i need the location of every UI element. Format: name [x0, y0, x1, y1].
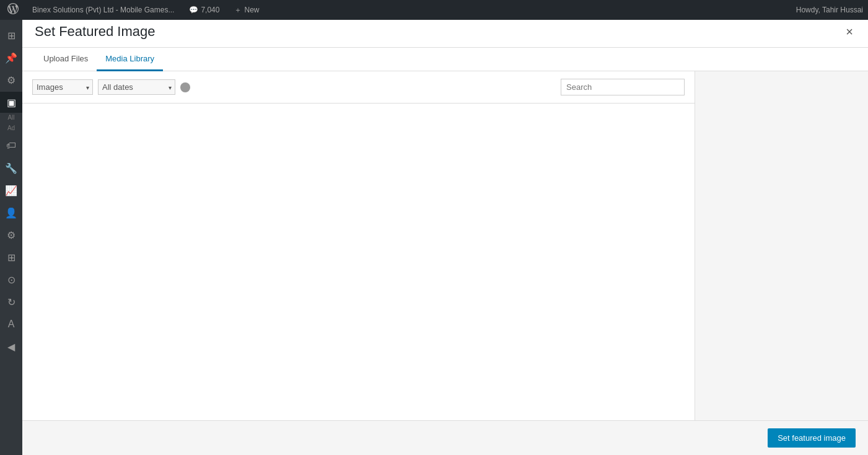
admin-bar: Binex Solutions (Pvt) Ltd - Mobile Games… [0, 0, 868, 20]
filter-type-select[interactable]: Images Audio Video Documents [32, 79, 93, 95]
refresh-icon[interactable]: ↻ [0, 291, 22, 312]
font-icon[interactable]: A [0, 314, 22, 335]
dashboard-icon[interactable]: ⊞ [0, 25, 22, 46]
site-name[interactable]: Binex Solutions (Pvt) Ltd - Mobile Games… [28, 0, 178, 20]
import-icon[interactable]: ⊙ [0, 269, 22, 290]
media-icon[interactable]: ▣ [0, 92, 22, 113]
modal-title: Set Featured Image [35, 24, 155, 47]
tab-media-library[interactable]: Media Library [97, 48, 163, 71]
filter-date-select[interactable]: All dates January 2024 December 2023 [98, 79, 175, 95]
wp-logo[interactable] [5, 3, 21, 17]
modal-tabs: Upload Files Media Library [22, 48, 868, 71]
users-icon[interactable]: 👤 [0, 202, 22, 223]
search-input[interactable] [561, 79, 685, 95]
new-item[interactable]: ＋ New [230, 0, 263, 20]
set-featured-image-modal: Set Featured Image × Upload Files Media … [22, 14, 868, 455]
media-sidebar-panel [695, 71, 868, 420]
sidebar: ⊞ 📌 ⚙ ▣ All Ad 🏷 🔧 📈 👤 ⚙ ⊞ ⊙ ↻ A ◀ [0, 20, 22, 455]
modal-footer: Set featured image [22, 420, 868, 455]
filter-date-wrapper: All dates January 2024 December 2023 ▾ [98, 79, 175, 95]
tag-icon[interactable]: 🏷 [0, 135, 22, 156]
media-toolbar: Images Audio Video Documents ▾ All dates… [22, 71, 695, 104]
comment-icon: 💬 [189, 6, 198, 14]
analytics-icon[interactable]: 📈 [0, 180, 22, 201]
filter-type-wrapper: Images Audio Video Documents ▾ [32, 79, 93, 95]
wrench-icon[interactable]: 🔧 [0, 157, 22, 179]
close-button[interactable]: × [843, 25, 856, 38]
plugins-icon[interactable]: ⊞ [0, 247, 22, 268]
plus-icon: ＋ [234, 5, 242, 15]
groups-icon[interactable]: ⚙ [0, 69, 22, 91]
pinned-icon[interactable]: 📌 [0, 47, 22, 68]
media-grid[interactable] [22, 104, 695, 420]
set-featured-image-button[interactable]: Set featured image [768, 428, 856, 448]
back-icon[interactable]: ◀ [0, 336, 22, 357]
comments-item[interactable]: 💬 7,040 [185, 0, 223, 20]
tab-upload-files[interactable]: Upload Files [35, 48, 97, 71]
settings-icon[interactable]: ⚙ [0, 224, 22, 245]
howdy-text: Howdy, Tahir Hussai [796, 6, 863, 14]
loading-spinner [180, 82, 190, 92]
modal-body: Images Audio Video Documents ▾ All dates… [22, 71, 868, 420]
media-main: Images Audio Video Documents ▾ All dates… [22, 71, 695, 420]
